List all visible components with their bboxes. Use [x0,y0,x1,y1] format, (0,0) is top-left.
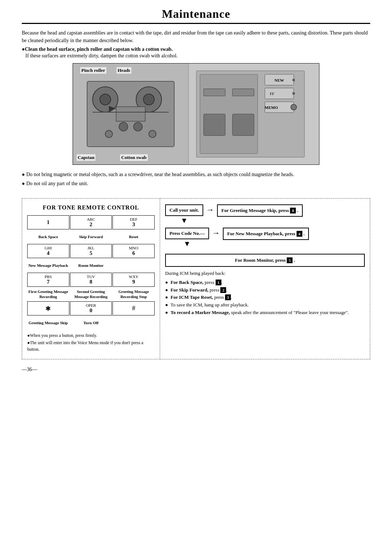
key-hash[interactable]: # [113,301,155,315]
badge-4: 4 [297,231,302,237]
key-star[interactable]: ✱ [27,301,69,315]
label-heads: Heads [117,67,131,74]
step1-left: Call your unit. ▼ [165,204,203,225]
svg-point-9 [149,130,156,138]
svg-point-4 [143,94,154,105]
svg-point-7 [134,122,142,131]
svg-rect-24 [232,89,254,96]
intro-para1: Because the head and capstan assemblies … [22,29,370,44]
arrow-down-1: ▼ [181,217,188,224]
tone-remote-title: FOR TONE REMOTE CONTROL [27,204,155,211]
svg-point-6 [119,122,128,131]
diagram-right-panel: NEW « FF » MEMO [189,64,319,164]
step2-left: Press Code No.— ▼ [165,228,209,248]
tone-remote-notes: ●When you press a button, press firmly. … [27,332,155,353]
key-1[interactable]: 1 [27,215,69,229]
title-divider [22,23,370,24]
diagram-left-panel: Pinch roller Heads [73,64,189,164]
key-0[interactable]: OPER 0 [70,301,112,315]
note2: ●The unit will enter into the Voice Menu… [27,339,155,353]
badge-sf: 2 [220,287,226,293]
key-4[interactable]: GHI 4 [27,244,69,258]
svg-rect-23 [204,89,225,96]
call-your-unit-box: Call your unit. [165,204,203,216]
remote-instructions-panel: Call your unit. ▼ → For Greeting Message… [160,199,370,359]
step1-flow: Call your unit. ▼ → For Greeting Message… [165,204,365,225]
page-title: Maintenance [22,7,370,21]
arrow-right-2: → [212,229,220,237]
label-pinch-roller: Pinch roller [80,67,106,74]
svg-rect-16 [265,88,294,99]
label-capstan: Capstan [77,154,95,161]
key-hash-label-empty [113,316,155,329]
page-number: —36— [22,367,370,372]
during-icm-title: During ICM being played back: [165,270,365,277]
badge-5: 5 [287,257,293,263]
greeting-skip-box: For Greeting Message Skip, press 8 . [217,204,303,217]
during-save: To save the ICM, hang up after playback. [165,301,365,309]
room-monitor-box: For Room Monitor, press 5 . [165,254,365,267]
svg-text:»: » [292,89,295,97]
tape-mechanism-diagram: Pinch roller Heads [73,63,319,165]
badge-bs: 1 [216,280,221,285]
intro-bold-line: ●Clean the head surface, pinch roller an… [22,46,370,52]
badge-tr: 3 [225,294,231,300]
key-8[interactable]: TUV 8 [70,273,112,287]
key-5[interactable]: JKL 5 [70,244,112,258]
key-firstgreeting-label: First Greeting Message Recording [27,288,69,301]
during-icm-section: During ICM being played back: For Back S… [165,270,365,317]
svg-rect-5 [116,107,145,121]
step2-flow: Press Code No.— ▼ → For New Message Play… [165,228,365,248]
during-skipforward: For Skip Forward, press 2. [165,286,365,294]
svg-text:FF: FF [270,91,274,96]
key-secondgreeting-label: Second Greeting Message Recording [70,288,112,301]
key-greetingskip-label: Greeting Message Skip [27,316,69,329]
keypad-grid: 1 ABC 2 DEF 3 Back Space Skip Forward Re… [27,215,155,329]
key-9[interactable]: WXY 9 [113,273,155,287]
svg-text:MEMO: MEMO [265,105,278,110]
badge-8: 8 [290,208,296,213]
key-6-label-empty [113,259,155,272]
key-turnoff-label: Turn Off [70,316,112,329]
bullet-section: Do not bring magnetic or metal objects, … [22,171,370,187]
intro-sub-line: If these surfaces are extremely dirty, d… [22,53,370,59]
svg-rect-26 [232,114,254,136]
svg-point-8 [105,130,113,138]
during-tapereset: For ICM Tape Reset, press 3. [165,294,365,301]
svg-rect-25 [204,114,225,136]
key-6[interactable]: MNO 6 [113,244,155,258]
arrow-down-2: ▼ [184,240,191,247]
key-reset-label: Reset [113,230,155,243]
key-greetingstop-label: Greeting Message Recording Stop [113,288,155,301]
svg-point-2 [100,94,111,105]
key-7[interactable]: PRS 7 [27,273,69,287]
press-code-box: Press Code No.— [165,228,209,239]
key-skipforward-label: Skip Forward [70,230,112,243]
arrow-right-1: → [206,206,214,214]
key-roommonitor-label: Room Monitor [70,259,112,272]
during-marker: To record a Marker Message, speak after … [165,309,365,317]
tape-svg [80,74,181,154]
key-newmessage-label: New Message Playback [27,259,69,272]
svg-text:«: « [292,76,295,83]
bullet-magnetic: Do not bring magnetic or metal objects, … [22,171,370,178]
label-cotton-swab: Cotton swab [120,154,148,161]
new-message-playback-box: For New Message Playback, press 4 . [223,228,309,240]
note1: ●When you press a button, press firmly. [27,332,155,339]
lower-section: FOR TONE REMOTE CONTROL 1 ABC 2 DEF 3 Ba… [22,198,370,359]
key-3[interactable]: DEF 3 [113,215,155,229]
key-backspace-label: Back Space [27,230,69,243]
tone-remote-panel: FOR TONE REMOTE CONTROL 1 ABC 2 DEF 3 Ba… [22,199,160,359]
svg-text:NEW: NEW [274,78,284,82]
svg-point-21 [291,104,297,110]
during-backspace: For Back Space, press 1. [165,279,365,286]
key-2[interactable]: ABC 2 [70,215,112,229]
right-panel-svg: NEW « FF » MEMO [192,67,309,161]
bullet-oil: Do not oil any part of the unit. [22,180,370,187]
